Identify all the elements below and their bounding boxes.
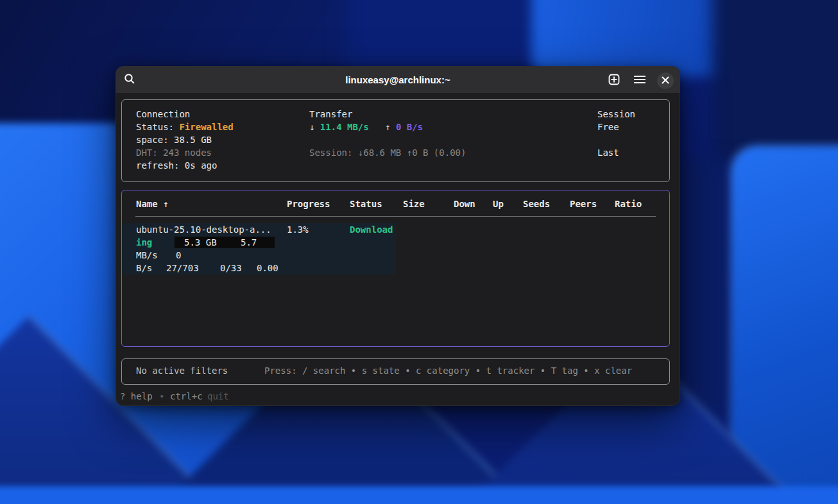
close-icon (662, 76, 669, 86)
down-arrow-icon: ↓ (309, 122, 320, 132)
status-label: Status: (136, 122, 179, 132)
connection-header: Connection (136, 108, 190, 121)
col-header-seeds[interactable]: Seeds (523, 197, 550, 210)
torrent-up-wrap1: 0 (176, 249, 181, 262)
status-value: Firewalled (179, 122, 233, 132)
filter-hints: Press: / search • s state • c category •… (264, 364, 632, 377)
desktop: linuxeasy@archlinux:~ (0, 0, 838, 504)
torrent-size: 5.3 GB (184, 236, 217, 249)
session-header: Session (597, 108, 635, 121)
session-totals-line: Session: ↓68.6 MB ↑0 B (0.00) (309, 146, 466, 159)
torrent-status-wrap2: ing (136, 236, 152, 249)
hamburger-icon (634, 75, 646, 86)
wallpaper-shape (731, 146, 838, 504)
col-header-size[interactable]: Size (403, 197, 425, 210)
new-tab-button[interactable] (608, 74, 620, 87)
torrent-status-wrap1: Download (350, 223, 393, 236)
download-rate: 11.4 MB/s (320, 122, 369, 132)
filter-status: No active filters (136, 364, 228, 377)
dht-line: DHT: 243 nodes (136, 146, 212, 159)
refresh-line: refresh: 0s ago (136, 159, 217, 172)
transfer-rates: ↓ 11.4 MB/s ↑ 0 B/s (309, 121, 423, 133)
close-button[interactable] (657, 72, 674, 89)
col-header-peers[interactable]: Peers (570, 197, 597, 210)
torrent-name: ubuntu-25.10-desktop-a... (136, 223, 271, 236)
torrent-peers: 0/33 (220, 262, 242, 274)
col-header-name[interactable]: Name ↑ (136, 197, 169, 210)
torrent-seeds: 27/703 (166, 262, 199, 274)
torrent-down-wrap1: 5.7 (241, 236, 257, 249)
torrent-down-wrap2: MB/s (136, 249, 158, 262)
wallpaper-shape (0, 486, 838, 504)
col-header-progress[interactable]: Progress (287, 197, 330, 210)
search-icon (124, 73, 135, 87)
free-label: Free (597, 121, 619, 133)
terminal-window: linuxeasy@archlinux:~ (115, 66, 680, 406)
quit-label: quit (207, 390, 229, 403)
connection-status: Status: Firewalled (136, 121, 234, 133)
menu-button[interactable] (633, 74, 646, 87)
torrent-ratio: 0.00 (257, 262, 278, 274)
search-button[interactable] (123, 73, 136, 86)
col-header-ratio[interactable]: Ratio (615, 197, 642, 210)
col-header-status[interactable]: Status (350, 197, 382, 210)
help-bullet: • (159, 390, 164, 403)
torrent-up-wrap2: B/s (136, 262, 152, 274)
last-label: Last (597, 146, 619, 159)
col-header-up[interactable]: Up (493, 197, 504, 210)
window-title: linuxeasy@archlinux:~ (115, 74, 680, 85)
quit-key: ctrl+c (170, 390, 203, 403)
free-space-line: space: 38.5 GB (136, 133, 212, 146)
table-header-separator (135, 216, 656, 217)
new-tab-icon (608, 73, 620, 88)
transfer-header: Transfer (309, 108, 352, 121)
torrent-progress: 1.3% (287, 223, 309, 236)
upload-rate: 0 B/s (396, 122, 423, 132)
help-key: ? help (120, 390, 153, 403)
titlebar[interactable]: linuxeasy@archlinux:~ (115, 66, 680, 93)
up-arrow-icon: ↑ (369, 122, 396, 132)
col-header-down[interactable]: Down (454, 197, 475, 210)
